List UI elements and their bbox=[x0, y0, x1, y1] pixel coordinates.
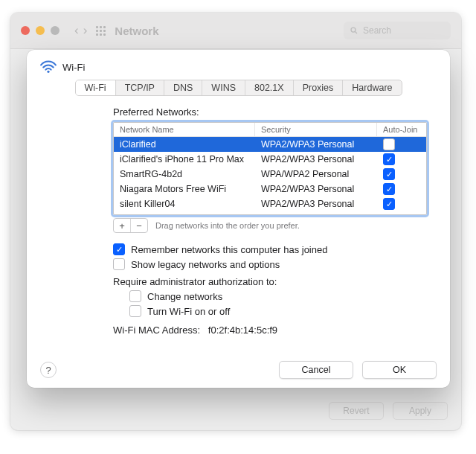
autojoin-cell: ✓ bbox=[377, 198, 426, 210]
mac-address-value: f0:2f:4b:14:5c:f9 bbox=[208, 324, 277, 336]
autojoin-checkbox[interactable]: ✓ bbox=[383, 153, 395, 165]
search-field[interactable]: Search bbox=[344, 22, 451, 39]
table-header: Network Name Security Auto-Join bbox=[114, 123, 426, 137]
network-name: Niagara Motors Free WiFi bbox=[114, 184, 255, 194]
col-name[interactable]: Network Name bbox=[114, 123, 255, 136]
nav-back-icon[interactable]: ‹ bbox=[74, 23, 79, 38]
apply-button[interactable]: Apply bbox=[393, 402, 448, 420]
network-name: iClarified bbox=[114, 139, 255, 150]
change-networks-checkbox[interactable]: ✓ bbox=[129, 290, 141, 302]
close-window-button[interactable] bbox=[21, 26, 30, 35]
all-prefs-icon[interactable] bbox=[96, 26, 106, 36]
mac-address-row: Wi-Fi MAC Address: f0:2f:4b:14:5c:f9 bbox=[113, 324, 428, 336]
table-row[interactable]: iClarifiedWPA2/WPA3 Personal✓ bbox=[114, 137, 426, 152]
remove-network-button[interactable]: − bbox=[131, 219, 147, 232]
tab-tcp-ip[interactable]: TCP/IP bbox=[116, 80, 164, 95]
tab-802-1x[interactable]: 802.1X bbox=[245, 80, 294, 95]
sheet-title: Wi-Fi bbox=[62, 62, 85, 73]
tab-wi-fi[interactable]: Wi-Fi bbox=[76, 80, 116, 95]
search-placeholder: Search bbox=[363, 25, 391, 36]
revert-button[interactable]: Revert bbox=[329, 402, 384, 420]
sheet-footer: ? Cancel OK bbox=[27, 361, 450, 379]
network-name: SmartRG-4b2d bbox=[114, 169, 255, 179]
add-remove-buttons: + − bbox=[113, 218, 148, 233]
autojoin-checkbox[interactable]: ✓ bbox=[383, 168, 395, 180]
require-admin-label: Require administrator authorization to: bbox=[113, 276, 428, 287]
svg-point-2 bbox=[47, 71, 49, 73]
autojoin-checkbox[interactable]: ✓ bbox=[383, 183, 395, 195]
wifi-advanced-sheet: Wi-Fi Wi-FiTCP/IPDNSWINS802.1XProxiesHar… bbox=[27, 50, 450, 388]
change-networks-label: Change networks bbox=[147, 291, 222, 302]
network-security: WPA2/WPA3 Personal bbox=[255, 199, 377, 209]
back-footer: Revert Apply bbox=[329, 402, 448, 420]
remember-networks-checkbox[interactable]: ✓ bbox=[113, 243, 125, 255]
network-name: iClarified's iPhone 11 Pro Max bbox=[114, 154, 255, 164]
network-security: WPA/WPA2 Personal bbox=[255, 169, 377, 179]
table-rows: iClarifiedWPA2/WPA3 Personal✓iClarified'… bbox=[114, 137, 426, 214]
minimize-window-button[interactable] bbox=[36, 26, 45, 35]
tab-bar[interactable]: Wi-FiTCP/IPDNSWINS802.1XProxiesHardware bbox=[75, 80, 402, 96]
nav-arrows: ‹ › bbox=[74, 23, 87, 38]
tab-wins[interactable]: WINS bbox=[202, 80, 245, 95]
network-security: WPA2/WPA3 Personal bbox=[255, 154, 377, 164]
table-row[interactable]: silent Killer04WPA2/WPA3 Personal✓ bbox=[114, 196, 426, 211]
sheet-body: Preferred Networks: Network Name Securit… bbox=[27, 96, 450, 336]
sheet-header: Wi-Fi bbox=[27, 50, 450, 78]
svg-point-0 bbox=[351, 28, 356, 32]
search-icon bbox=[350, 26, 358, 35]
network-security: WPA2/WPA3 Personal bbox=[255, 139, 377, 150]
window-controls[interactable] bbox=[21, 26, 60, 35]
table-row[interactable]: SmartRG-4b2dWPA/WPA2 Personal✓ bbox=[114, 167, 426, 182]
autojoin-checkbox[interactable]: ✓ bbox=[383, 198, 395, 210]
help-button[interactable]: ? bbox=[40, 362, 57, 378]
tab-proxies[interactable]: Proxies bbox=[294, 80, 344, 95]
table-row[interactable]: Niagara Motors Free WiFiWPA2/WPA3 Person… bbox=[114, 182, 426, 196]
cancel-button[interactable]: Cancel bbox=[279, 361, 353, 379]
tab-hardware[interactable]: Hardware bbox=[343, 80, 401, 95]
col-security[interactable]: Security bbox=[255, 123, 377, 136]
show-legacy-checkbox[interactable]: ✓ bbox=[113, 258, 125, 270]
show-legacy-label: Show legacy networks and options bbox=[131, 259, 280, 270]
add-network-button[interactable]: + bbox=[114, 219, 131, 232]
col-autojoin[interactable]: Auto-Join bbox=[377, 123, 426, 136]
autojoin-checkbox[interactable]: ✓ bbox=[383, 138, 395, 150]
network-name: silent Killer04 bbox=[114, 199, 255, 209]
ok-button[interactable]: OK bbox=[362, 361, 437, 379]
nav-forward-icon[interactable]: › bbox=[83, 23, 88, 38]
autojoin-cell: ✓ bbox=[377, 183, 426, 195]
titlebar: ‹ › Network Search bbox=[10, 13, 461, 49]
autojoin-cell: ✓ bbox=[377, 153, 426, 165]
preferred-networks-label: Preferred Networks: bbox=[113, 106, 428, 118]
remember-networks-label: Remember networks this computer has join… bbox=[131, 244, 327, 255]
drag-hint: Drag networks into the order you prefer. bbox=[155, 221, 300, 230]
wifi-icon bbox=[40, 60, 57, 74]
svg-line-1 bbox=[356, 32, 358, 34]
autojoin-cell: ✓ bbox=[377, 168, 426, 180]
toggle-wifi-label: Turn Wi-Fi on or off bbox=[147, 306, 230, 317]
network-security: WPA2/WPA3 Personal bbox=[255, 184, 377, 194]
tab-dns[interactable]: DNS bbox=[164, 80, 202, 95]
window-title: Network bbox=[115, 25, 158, 37]
table-row[interactable]: iClarified's iPhone 11 Pro MaxWPA2/WPA3 … bbox=[114, 152, 426, 167]
zoom-window-button[interactable] bbox=[51, 26, 60, 35]
preferred-networks-table[interactable]: Network Name Security Auto-Join iClarifi… bbox=[113, 122, 427, 215]
mac-address-label: Wi-Fi MAC Address: bbox=[113, 324, 200, 336]
autojoin-cell: ✓ bbox=[377, 138, 426, 150]
toggle-wifi-checkbox[interactable]: ✓ bbox=[129, 305, 141, 317]
